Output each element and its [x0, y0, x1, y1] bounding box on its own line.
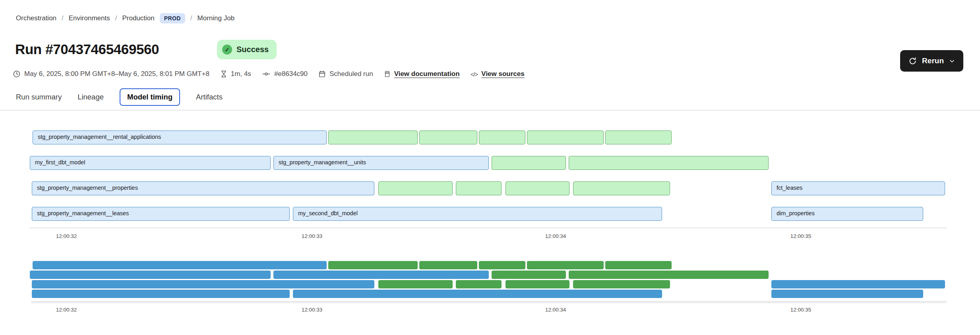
- minimap-bar: [479, 261, 525, 269]
- timing-bar[interactable]: [479, 130, 525, 144]
- run-duration: 1m, 4s: [220, 70, 251, 78]
- minimap-bar: [33, 261, 327, 269]
- timing-bar[interactable]: [419, 130, 477, 144]
- rerun-button-label: Rerun: [922, 56, 944, 65]
- axis-tick-label: 12:00:35: [790, 307, 812, 313]
- tab-artifacts[interactable]: Artifacts: [196, 88, 223, 106]
- check-circle-icon: ✓: [222, 45, 232, 55]
- clock-icon: [13, 70, 21, 78]
- run-detail-page: Orchestration / Environments / Productio…: [0, 0, 980, 335]
- rerun-button[interactable]: Rerun: [900, 50, 963, 72]
- model-bar[interactable]: stg_property_management__leases: [32, 207, 290, 221]
- timing-bar[interactable]: [492, 156, 566, 170]
- axis-tick-label: 12:00:33: [302, 307, 323, 313]
- minimap-bar: [605, 261, 672, 269]
- page-title: Run #70437465469560: [15, 41, 159, 57]
- model-bar[interactable]: dim_properties: [771, 207, 923, 221]
- status-badge-label: Success: [236, 45, 269, 54]
- axis-tick-label: 12:00:35: [790, 233, 812, 239]
- model-bar-label: my_first_dbt_model: [30, 156, 270, 169]
- timing-bar[interactable]: [573, 181, 670, 195]
- breadcrumb-environments[interactable]: Environments: [69, 14, 110, 22]
- view-sources-link[interactable]: View sources: [481, 70, 524, 78]
- code-icon: </>: [471, 71, 478, 78]
- axis-tick-label: 12:00:32: [56, 307, 77, 313]
- minimap-bar: [30, 271, 271, 279]
- tab-model-timing[interactable]: Model timing: [120, 88, 180, 106]
- timing-bar[interactable]: [605, 130, 672, 144]
- minimap-bar: [328, 261, 418, 269]
- status-badge: ✓ Success: [217, 40, 277, 59]
- breadcrumb-orchestration[interactable]: Orchestration: [16, 14, 56, 22]
- run-meta-row: May 6, 2025, 8:00 PM GMT+8–May 6, 2025, …: [13, 70, 525, 78]
- minimap-scroll-track[interactable]: [31, 301, 947, 303]
- model-bar[interactable]: my_first_dbt_model: [30, 156, 271, 170]
- breadcrumb-separator: /: [190, 14, 192, 22]
- minimap-bar: [32, 280, 374, 288]
- tab-lineage[interactable]: Lineage: [77, 88, 104, 106]
- breadcrumb: Orchestration / Environments / Productio…: [16, 13, 234, 23]
- axis-tick-label: 12:00:32: [56, 233, 77, 239]
- hourglass-icon: [220, 70, 227, 78]
- minimap-bar: [771, 280, 945, 288]
- model-bar-label: dim_properties: [772, 207, 923, 220]
- model-bar-label: fct_leases: [772, 182, 945, 194]
- minimap-bar: [569, 271, 769, 279]
- timing-bar[interactable]: [328, 130, 418, 144]
- model-bar[interactable]: my_second_dbt_model: [293, 207, 662, 221]
- run-tabs: Run summary Lineage Model timing Artifac…: [16, 88, 223, 106]
- model-bar-label: stg_property_management__units: [274, 156, 488, 169]
- view-documentation-link[interactable]: View documentation: [394, 70, 460, 78]
- tab-run-summary[interactable]: Run summary: [16, 88, 62, 106]
- timing-bar[interactable]: [456, 181, 502, 195]
- axis-tick-label: 12:00:34: [545, 307, 566, 313]
- minimap-bar: [492, 271, 566, 279]
- environment-badge: PROD: [160, 13, 185, 23]
- minimap-bar: [456, 280, 502, 288]
- minimap-bar: [505, 280, 569, 288]
- view-sources-link-item: </> View sources: [471, 70, 525, 78]
- timing-bar[interactable]: [505, 181, 569, 195]
- model-bar[interactable]: stg_property_management__properties: [32, 181, 374, 195]
- view-documentation-link-item: View documentation: [384, 70, 460, 78]
- tabs-divider: [0, 110, 980, 111]
- chevron-down-icon: [949, 58, 955, 64]
- run-trigger: Scheduled run: [318, 70, 373, 78]
- model-bar-label: my_second_dbt_model: [293, 207, 662, 220]
- model-bar[interactable]: fct_leases: [771, 181, 945, 195]
- document-icon: [384, 70, 391, 78]
- timing-bar[interactable]: [569, 156, 769, 170]
- minimap-bar: [527, 261, 604, 269]
- model-bar-label: stg_property_management__properties: [32, 182, 374, 194]
- minimap-bar: [419, 261, 477, 269]
- model-bar[interactable]: stg_property_management__rental_applicat…: [33, 130, 327, 144]
- minimap-bar: [293, 290, 662, 298]
- minimap-bar: [273, 271, 489, 279]
- commit-hash: #e8634c90: [262, 70, 308, 78]
- minimap-bar: [378, 280, 453, 288]
- timing-bar[interactable]: [527, 130, 604, 144]
- model-bar[interactable]: stg_property_management__units: [273, 156, 489, 170]
- breadcrumb-morning-job[interactable]: Morning Job: [198, 14, 235, 22]
- model-bar-label: stg_property_management__leases: [32, 207, 289, 220]
- commit-icon: [262, 70, 271, 78]
- axis-tick-label: 12:00:33: [302, 233, 323, 239]
- refresh-icon: [908, 57, 917, 65]
- breadcrumb-production[interactable]: Production: [122, 14, 154, 22]
- timing-bar[interactable]: [378, 181, 453, 195]
- run-time-range: May 6, 2025, 8:00 PM GMT+8–May 6, 2025, …: [13, 70, 209, 78]
- breadcrumb-separator: /: [115, 14, 117, 22]
- model-bar-label: stg_property_management__rental_applicat…: [33, 131, 326, 143]
- calendar-icon: [318, 70, 326, 78]
- minimap-bar: [573, 280, 670, 288]
- minimap-bar: [771, 290, 923, 298]
- chart-axis-divider: [30, 227, 947, 228]
- axis-tick-label: 12:00:34: [545, 233, 566, 239]
- minimap-bar: [32, 290, 290, 298]
- breadcrumb-separator: /: [62, 14, 64, 22]
